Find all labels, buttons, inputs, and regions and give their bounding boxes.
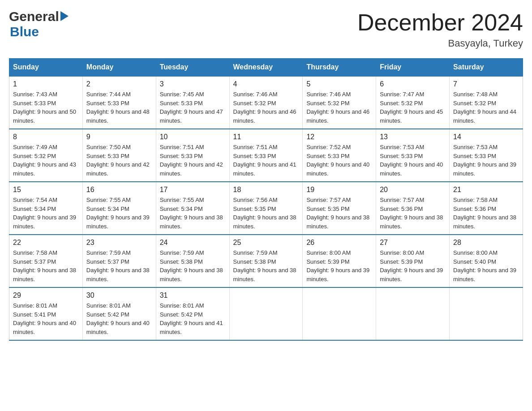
day-info: Sunrise: 7:53 AM Sunset: 5:33 PM Dayligh… [380,143,446,178]
day-number: 30 [86,291,152,300]
header-friday: Friday [376,59,450,77]
day-info: Sunrise: 7:54 AM Sunset: 5:34 PM Dayligh… [13,196,79,231]
daylight-label: Daylight: 9 hours and 40 minutes. [380,161,443,177]
daylight-label: Daylight: 9 hours and 45 minutes. [380,108,443,124]
day-number: 27 [380,239,446,247]
daylight-label: Daylight: 9 hours and 38 minutes. [233,214,296,230]
day-info: Sunrise: 8:00 AM Sunset: 5:39 PM Dayligh… [380,248,446,283]
daylight-label: Daylight: 9 hours and 42 minutes. [160,161,223,177]
sunset-label: Sunset: 5:42 PM [160,311,203,318]
day-info: Sunrise: 7:59 AM Sunset: 5:37 PM Dayligh… [86,248,152,283]
table-row: 9 Sunrise: 7:50 AM Sunset: 5:33 PM Dayli… [82,129,156,182]
sunrise-label: Sunrise: 8:00 AM [380,249,424,256]
table-row: 10 Sunrise: 7:51 AM Sunset: 5:33 PM Dayl… [156,129,229,182]
daylight-label: Daylight: 9 hours and 38 minutes. [160,214,223,230]
table-row: 27 Sunrise: 8:00 AM Sunset: 5:39 PM Dayl… [376,235,450,287]
sunrise-label: Sunrise: 7:53 AM [380,144,424,150]
sunrise-label: Sunrise: 7:55 AM [160,197,204,203]
calendar-table: Sunday Monday Tuesday Wednesday Thursday… [9,58,523,341]
daylight-label: Daylight: 9 hours and 38 minutes. [380,214,443,230]
day-info: Sunrise: 7:58 AM Sunset: 5:37 PM Dayligh… [13,248,79,283]
sunset-label: Sunset: 5:33 PM [380,153,423,159]
sunrise-label: Sunrise: 7:59 AM [233,249,278,256]
day-number: 23 [86,239,152,247]
page-header: General Blue December 2024 Basyayla, Tur… [9,9,523,49]
daylight-label: Daylight: 9 hours and 39 minutes. [306,267,369,283]
logo-general-text: General [9,9,59,24]
calendar-week-row: 1 Sunrise: 7:43 AM Sunset: 5:33 PM Dayli… [9,76,523,129]
sunrise-label: Sunrise: 7:55 AM [86,197,131,203]
table-row: 15 Sunrise: 7:54 AM Sunset: 5:34 PM Dayl… [9,182,83,235]
daylight-label: Daylight: 9 hours and 38 minutes. [13,267,76,283]
table-row: 24 Sunrise: 7:59 AM Sunset: 5:38 PM Dayl… [156,235,229,287]
day-number: 2 [86,80,152,88]
sunrise-label: Sunrise: 7:59 AM [86,249,131,256]
table-row: 3 Sunrise: 7:45 AM Sunset: 5:33 PM Dayli… [156,76,229,129]
table-row [450,287,523,340]
sunrise-label: Sunrise: 8:01 AM [13,302,57,309]
table-row: 31 Sunrise: 8:01 AM Sunset: 5:42 PM Dayl… [156,287,229,340]
sunrise-label: Sunrise: 7:53 AM [453,144,498,150]
table-row: 5 Sunrise: 7:46 AM Sunset: 5:32 PM Dayli… [303,76,376,129]
sunrise-label: Sunrise: 7:51 AM [160,144,204,150]
header-saturday: Saturday [450,59,523,77]
daylight-label: Daylight: 9 hours and 40 minutes. [306,161,369,177]
sunset-label: Sunset: 5:33 PM [160,100,203,107]
sunset-label: Sunset: 5:33 PM [453,153,496,159]
table-row: 14 Sunrise: 7:53 AM Sunset: 5:33 PM Dayl… [450,129,523,182]
table-row: 1 Sunrise: 7:43 AM Sunset: 5:33 PM Dayli… [9,76,83,129]
day-number: 9 [86,133,152,141]
sunrise-label: Sunrise: 7:59 AM [160,249,204,256]
table-row: 11 Sunrise: 7:51 AM Sunset: 5:33 PM Dayl… [229,129,303,182]
sunset-label: Sunset: 5:33 PM [86,153,129,159]
sunrise-label: Sunrise: 7:43 AM [13,91,57,98]
table-row: 20 Sunrise: 7:57 AM Sunset: 5:36 PM Dayl… [376,182,450,235]
location-title: Basyayla, Turkey [357,38,523,49]
day-info: Sunrise: 8:01 AM Sunset: 5:41 PM Dayligh… [13,301,79,336]
sunset-label: Sunset: 5:32 PM [306,100,349,107]
day-info: Sunrise: 7:50 AM Sunset: 5:33 PM Dayligh… [86,143,152,178]
sunrise-label: Sunrise: 8:01 AM [86,302,131,309]
daylight-label: Daylight: 9 hours and 40 minutes. [86,320,150,335]
sunset-label: Sunset: 5:33 PM [13,100,56,107]
sunrise-label: Sunrise: 8:00 AM [453,249,498,256]
sunrise-label: Sunrise: 7:47 AM [380,91,424,98]
header-monday: Monday [82,59,156,77]
day-number: 3 [160,80,226,88]
sunset-label: Sunset: 5:35 PM [306,206,349,212]
sunset-label: Sunset: 5:32 PM [233,100,276,107]
day-number: 25 [233,239,299,247]
daylight-label: Daylight: 9 hours and 38 minutes. [160,267,223,283]
day-info: Sunrise: 7:46 AM Sunset: 5:32 PM Dayligh… [233,90,299,125]
table-row [229,287,303,340]
day-info: Sunrise: 7:59 AM Sunset: 5:38 PM Dayligh… [160,248,226,283]
day-info: Sunrise: 7:43 AM Sunset: 5:33 PM Dayligh… [13,90,79,125]
day-number: 26 [306,239,372,247]
sunrise-label: Sunrise: 8:00 AM [306,249,351,256]
daylight-label: Daylight: 9 hours and 38 minutes. [453,214,516,230]
header-wednesday: Wednesday [229,59,303,77]
sunset-label: Sunset: 5:39 PM [306,258,349,265]
day-number: 19 [306,186,372,194]
sunset-label: Sunset: 5:34 PM [160,206,203,212]
sunrise-label: Sunrise: 7:57 AM [306,197,351,203]
daylight-label: Daylight: 9 hours and 38 minutes. [233,267,296,283]
day-info: Sunrise: 8:01 AM Sunset: 5:42 PM Dayligh… [86,301,152,336]
day-info: Sunrise: 7:52 AM Sunset: 5:33 PM Dayligh… [306,143,372,178]
daylight-label: Daylight: 9 hours and 41 minutes. [233,161,296,177]
daylight-label: Daylight: 9 hours and 39 minutes. [86,214,150,230]
day-info: Sunrise: 7:55 AM Sunset: 5:34 PM Dayligh… [160,196,226,231]
table-row: 25 Sunrise: 7:59 AM Sunset: 5:38 PM Dayl… [229,235,303,287]
day-number: 18 [233,186,299,194]
sunrise-label: Sunrise: 7:50 AM [86,144,131,150]
day-number: 14 [453,133,519,141]
sunset-label: Sunset: 5:33 PM [233,153,276,159]
day-info: Sunrise: 8:00 AM Sunset: 5:40 PM Dayligh… [453,248,519,283]
sunrise-label: Sunrise: 7:58 AM [453,197,498,203]
day-number: 13 [380,133,446,141]
day-number: 12 [306,133,372,141]
logo: General Blue [9,9,69,39]
daylight-label: Daylight: 9 hours and 48 minutes. [86,108,150,124]
day-info: Sunrise: 7:51 AM Sunset: 5:33 PM Dayligh… [160,143,226,178]
table-row: 12 Sunrise: 7:52 AM Sunset: 5:33 PM Dayl… [303,129,376,182]
